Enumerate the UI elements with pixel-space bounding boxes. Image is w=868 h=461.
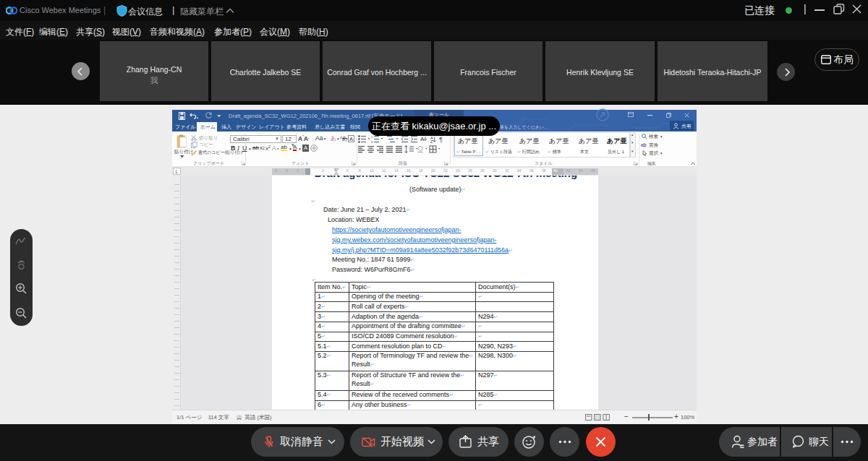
- svg-text:¶: ¶: [439, 136, 443, 143]
- svg-text:3: 3: [371, 140, 373, 143]
- svg-text:1: 1: [371, 135, 373, 139]
